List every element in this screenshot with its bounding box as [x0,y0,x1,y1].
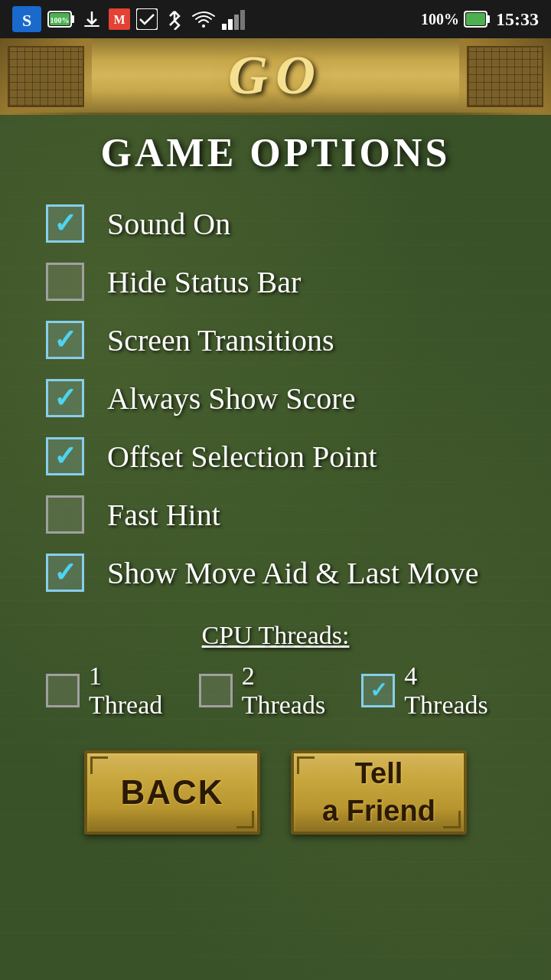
top-banner: GO [0,38,551,115]
bottom-buttons: BACK Tella Friend [84,750,467,835]
checkbox-show-move-aid[interactable]: ✓ [46,554,84,592]
checkbox-always-show-score[interactable]: ✓ [46,379,84,417]
bluetooth-icon [164,8,185,30]
svg-text:S: S [22,11,31,30]
checkmark-offset-selection-point: ✓ [54,443,77,470]
checkmark-screen-transitions: ✓ [54,326,77,354]
label-show-move-aid: Show Move Aid & Last Move [107,555,479,591]
svg-text:100%: 100% [51,16,70,24]
svg-point-11 [202,24,205,28]
status-right: 100% 15:33 [421,9,539,30]
thread-option-2: 2 Threads [199,662,343,720]
checkbox-screen-transitions[interactable]: ✓ [46,321,84,359]
option-row-fast-hint: Fast Hint [46,489,505,540]
checkbox-fast-hint[interactable] [46,495,84,534]
clock: 15:33 [496,9,539,30]
tell-friend-button[interactable]: Tella Friend [291,750,467,835]
svg-rect-15 [240,10,245,30]
checkmark-4-threads: ✓ [370,680,387,701]
option-row-hide-status-bar: Hide Status Bar [46,256,505,307]
mail-icon: M [109,8,130,30]
thread-option-4: ✓ 4 Threads [361,662,505,720]
battery-full-icon [464,10,491,28]
label-sound-on: Sound On [107,206,230,242]
svg-rect-17 [487,15,490,23]
wifi-icon [191,8,216,30]
label-offset-selection-point: Offset Selection Point [107,439,377,475]
checkbox-1-thread[interactable] [46,674,80,707]
thread-option-1: 1 Thread [46,662,180,720]
download-icon [81,8,103,30]
svg-rect-7 [84,25,99,27]
checkbox-offset-selection-point[interactable]: ✓ [46,437,84,475]
check-icon [136,8,158,30]
threads-row: 1 Thread 2 Threads ✓ 4 Threads [46,662,505,720]
svg-text:M: M [113,13,125,26]
option-row-show-move-aid: ✓ Show Move Aid & Last Move [46,547,505,598]
label-4-threads: 4 Threads [404,662,505,720]
options-list: ✓ Sound On Hide Status Bar ✓ Screen Tran… [0,183,551,613]
cpu-threads-label: CPU Threads: [202,621,350,650]
label-1-thread: 1 Thread [89,662,180,720]
banner-corner-right [459,38,551,115]
label-2-threads: 2 Threads [242,662,343,720]
checkbox-hide-status-bar[interactable] [46,263,84,301]
option-row-sound-on: ✓ Sound On [46,198,505,249]
label-hide-status-bar: Hide Status Bar [107,264,301,300]
checkmark-sound-on: ✓ [54,210,77,237]
checkmark-show-move-aid: ✓ [54,559,77,586]
checkmark-always-show-score: ✓ [54,384,77,412]
cpu-threads-section: CPU Threads: 1 Thread 2 Threads ✓ 4 Thre… [0,613,551,727]
page-title: GAME OPTIONS [101,130,451,175]
signal-icon [222,8,246,30]
banner-grid-left [8,46,84,107]
battery-icon: 100% [47,8,75,30]
banner-grid-right [467,46,543,107]
banner-corner-left [0,38,92,115]
checkbox-4-threads[interactable]: ✓ [361,674,395,707]
status-bar: S 100% M [0,0,551,38]
svg-rect-18 [466,13,485,25]
app-title: GO [228,44,323,107]
option-row-screen-transitions: ✓ Screen Transitions [46,315,505,365]
s-icon: S [12,6,41,32]
svg-rect-12 [222,24,227,30]
tell-friend-label: Tella Friend [322,755,435,831]
status-left-icons: S 100% M [12,6,246,32]
option-row-always-show-score: ✓ Always Show Score [46,373,505,423]
option-row-offset-selection-point: ✓ Offset Selection Point [46,431,505,482]
battery-percent: 100% [421,11,459,28]
label-fast-hint: Fast Hint [107,497,220,533]
svg-rect-3 [71,15,74,23]
main-content: GO GAME OPTIONS ✓ Sound On Hide Status B… [0,38,551,980]
svg-rect-10 [136,8,158,30]
svg-rect-13 [228,19,233,30]
checkbox-2-threads[interactable] [199,674,233,707]
label-always-show-score: Always Show Score [107,381,355,416]
back-button[interactable]: BACK [84,750,260,835]
checkbox-sound-on[interactable]: ✓ [46,204,84,243]
label-screen-transitions: Screen Transitions [107,322,334,358]
svg-rect-14 [234,15,239,30]
